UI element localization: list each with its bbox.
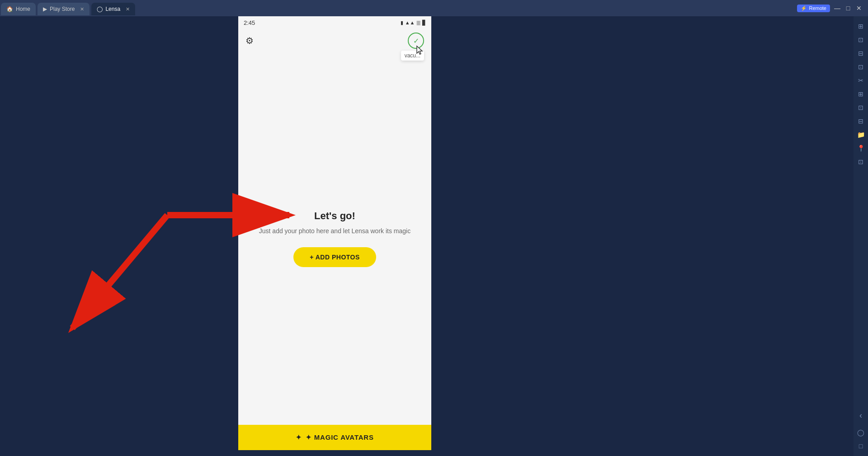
app-header: ⚙ ✓ vacu... [238,29,431,52]
status-time: 2:45 [244,19,255,26]
magic-avatars-icon: ✦ [296,433,302,442]
signal-wifi-icon: ▲▲ [405,20,415,25]
sidebar-icon-pin[interactable]: 📍 [854,142,867,155]
tab-bar: 🏠 Home ▶ Play Store ✕ ◯ Lensa ✕ [0,0,792,16]
phone-emulator: 2:45 ▮ ▲▲ ||| ▊ ⚙ ✓ vacu... Let's go! Ju… [238,16,431,450]
magic-avatars-button[interactable]: ✦ ✦ MAGIC AVATARS [238,425,431,450]
app-content: Let's go! Just add your photo here and l… [238,52,431,425]
remote-badge[interactable]: ⚡ Remote [797,5,830,12]
tab-home[interactable]: 🏠 Home [1,3,36,15]
lets-go-title: Let's go! [314,210,355,222]
add-photos-button[interactable]: + ADD PHOTOS [293,247,376,267]
profile-check-icon: ✓ [413,37,419,45]
status-icons: ▮ ▲▲ ||| ▊ [401,20,426,26]
profile-tooltip: vacu... [401,51,424,61]
tab-lensa[interactable]: ◯ Lensa ✕ [91,3,135,15]
sidebar-icon-7[interactable]: ⊡ [854,101,867,114]
tab-close-lensa[interactable]: ✕ [126,6,130,12]
minimize-button[interactable]: — [834,5,841,12]
close-button[interactable]: ✕ [855,5,863,12]
sidebar-icon-4[interactable]: ⊡ [854,61,867,73]
play-store-icon: ▶ [43,6,47,12]
sidebar-circle-icon[interactable]: ◯ [854,426,867,439]
tab-play-store[interactable]: ▶ Play Store ✕ [38,3,90,15]
sidebar-icon-2[interactable]: ⊡ [854,33,867,46]
profile-button[interactable]: ✓ [408,33,424,49]
lets-go-subtitle: Just add your photo here and let Lensa w… [259,227,410,235]
sidebar-icon-folder[interactable]: 📁 [854,128,867,141]
browser-controls: ⚡ Remote — □ ✕ [792,5,868,12]
sidebar-icon-1[interactable]: ⊞ [854,20,867,33]
settings-icon[interactable]: ⚙ [245,35,254,46]
battery-level-icon: ▊ [422,20,426,26]
sidebar-icon-3[interactable]: ⊟ [854,47,867,60]
profile-icon-area: ✓ vacu... [408,33,424,49]
sidebar-icon-bottom[interactable]: ⊡ [854,155,867,168]
sidebar-square-icon[interactable]: □ [854,440,867,452]
sidebar-icon-5[interactable]: ✂ [854,74,867,87]
sidebar-icon-6[interactable]: ⊞ [854,88,867,100]
svg-line-3 [72,215,167,328]
status-bar: 2:45 ▮ ▲▲ ||| ▊ [238,16,431,29]
lensa-icon: ◯ [97,6,103,12]
browser-chrome: 🏠 Home ▶ Play Store ✕ ◯ Lensa ✕ ⚡ Remote… [0,0,868,16]
maximize-button[interactable]: □ [844,5,852,12]
tab-close-play-store[interactable]: ✕ [80,6,84,12]
signal-bars-icon: ||| [416,20,420,25]
home-icon: 🏠 [6,6,13,12]
right-sidebar: ⊞ ⊡ ⊟ ⊡ ✂ ⊞ ⊡ ⊟ 📁 📍 ⊡ ‹ ◯ □ [854,16,868,456]
lightning-icon: ⚡ [801,5,807,11]
sidebar-icon-8[interactable]: ⊟ [854,115,867,127]
sidebar-expand-icon[interactable]: ‹ [854,409,867,422]
battery-icon: ▮ [401,20,403,26]
